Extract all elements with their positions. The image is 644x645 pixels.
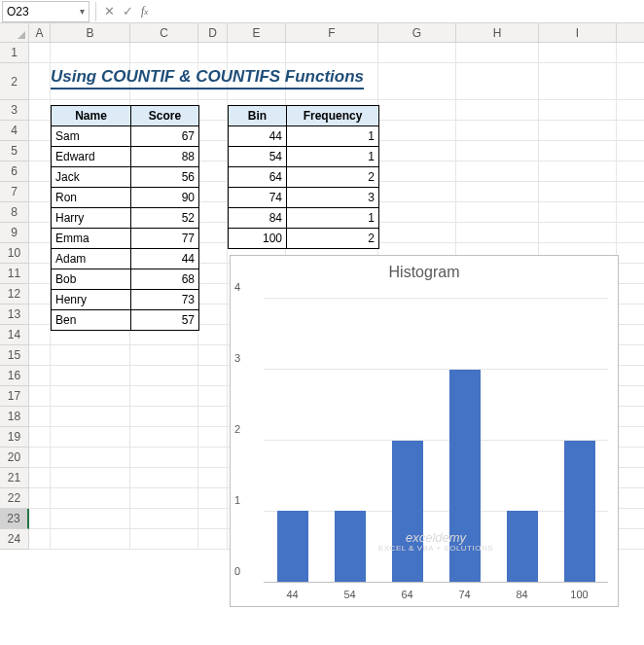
name-score-table[interactable]: Name Score Sam67 Edward88 Jack56 Ron90 H…: [51, 105, 199, 331]
row-header[interactable]: 19: [0, 427, 29, 448]
plot-area: 0 1 2 3 4 4454647484100 exceldemy EXCEL …: [264, 299, 608, 583]
y-tick: 2: [234, 423, 240, 435]
row-header[interactable]: 20: [0, 448, 29, 468]
col-header-C[interactable]: C: [130, 23, 198, 42]
sheet-body: 1 2 3 4 5 6 7 8 9 10 11 12 13 14 15 16 1…: [0, 43, 644, 550]
row-header[interactable]: 10: [0, 243, 29, 264]
bar[interactable]: [277, 511, 308, 582]
x-tick: 74: [436, 589, 493, 600]
table-row: 841: [229, 208, 379, 229]
row-header[interactable]: 13: [0, 305, 29, 325]
table-row: 541: [229, 147, 379, 167]
x-tick: 44: [264, 589, 321, 600]
table-row: Sam67: [52, 126, 199, 147]
x-tick: 54: [321, 589, 378, 600]
row-header[interactable]: 8: [0, 202, 29, 223]
table-row: Adam44: [52, 249, 199, 269]
table-header: Bin: [229, 106, 287, 126]
table-header: Score: [131, 106, 199, 126]
name-box[interactable]: ▾: [2, 1, 89, 22]
y-tick: 0: [234, 565, 240, 577]
table-row: 743: [229, 188, 379, 208]
bar[interactable]: [449, 370, 481, 582]
table-row: 441: [229, 126, 379, 147]
col-header-F[interactable]: F: [286, 23, 378, 42]
row-header[interactable]: 5: [0, 141, 29, 161]
table-header: Frequency: [287, 106, 379, 126]
fx-icon[interactable]: fx: [137, 4, 152, 18]
row-header[interactable]: 12: [0, 284, 29, 305]
col-header-E[interactable]: E: [228, 23, 286, 42]
table-row: Ben57: [52, 310, 199, 331]
row-header[interactable]: 1: [0, 43, 29, 63]
y-tick: 1: [234, 494, 240, 506]
col-header-D[interactable]: D: [198, 23, 228, 42]
divider: [95, 2, 96, 21]
table-row: 1002: [229, 229, 379, 249]
histogram-chart[interactable]: Histogram 0 1 2 3 4 4454647484100: [230, 255, 619, 607]
row-header[interactable]: 3: [0, 100, 29, 121]
row-header[interactable]: 7: [0, 182, 29, 202]
table-row: Edward88: [52, 147, 199, 167]
name-box-input[interactable]: [7, 5, 65, 18]
cancel-icon: ✕: [100, 4, 119, 18]
x-tick: 84: [493, 589, 551, 600]
table-row: Jack56: [52, 167, 199, 188]
table-row: Ron90: [52, 188, 199, 208]
row-header[interactable]: 6: [0, 161, 29, 182]
row-header[interactable]: 22: [0, 488, 29, 509]
bar[interactable]: [564, 441, 595, 583]
col-header-I[interactable]: I: [539, 23, 617, 42]
table-row: Emma77: [52, 229, 199, 249]
row-header[interactable]: 2: [0, 63, 29, 100]
formula-bar: ▾ ✕ ✓ fx: [0, 0, 644, 23]
col-header-A[interactable]: A: [29, 23, 51, 42]
col-header-B[interactable]: B: [51, 23, 130, 42]
table-header: Name: [52, 106, 131, 126]
bar[interactable]: [507, 511, 538, 582]
row-header[interactable]: 18: [0, 407, 29, 427]
page-title: Using COUNTIF & COUNTIFS Functions: [51, 67, 364, 90]
col-header-G[interactable]: G: [378, 23, 456, 42]
row-header[interactable]: 16: [0, 366, 29, 386]
row-headers: 1 2 3 4 5 6 7 8 9 10 11 12 13 14 15 16 1…: [0, 43, 29, 550]
row-header[interactable]: 17: [0, 386, 29, 407]
y-tick: 3: [234, 352, 240, 364]
table-row: Bob68: [52, 269, 199, 290]
row-header[interactable]: 4: [0, 121, 29, 141]
bin-frequency-table[interactable]: Bin Frequency 441 541 642 743 841 1002: [228, 105, 379, 249]
row-header[interactable]: 24: [0, 529, 29, 550]
table-row: 642: [229, 167, 379, 188]
bar[interactable]: [392, 441, 423, 583]
row-header[interactable]: 15: [0, 345, 29, 366]
col-header-H[interactable]: H: [456, 23, 539, 42]
bar[interactable]: [335, 511, 366, 582]
x-tick: 64: [378, 589, 436, 600]
formula-input[interactable]: [152, 2, 644, 21]
x-tick: 100: [551, 589, 608, 600]
enter-icon: ✓: [119, 4, 137, 18]
row-header[interactable]: 11: [0, 264, 29, 284]
select-all-corner[interactable]: [0, 23, 29, 42]
row-header[interactable]: 21: [0, 468, 29, 488]
y-tick: 4: [234, 281, 240, 293]
row-header[interactable]: 14: [0, 325, 29, 345]
chart-title: Histogram: [231, 264, 618, 281]
table-row: Harry52: [52, 208, 199, 229]
row-header[interactable]: 9: [0, 223, 29, 243]
grid[interactable]: Using COUNTIF & COUNTIFS Functions Name …: [29, 43, 644, 550]
table-row: Henry73: [52, 290, 199, 310]
row-header[interactable]: 23: [0, 509, 29, 529]
name-box-dropdown-icon[interactable]: ▾: [80, 6, 85, 17]
column-headers: A B C D E F G H I: [0, 23, 644, 43]
